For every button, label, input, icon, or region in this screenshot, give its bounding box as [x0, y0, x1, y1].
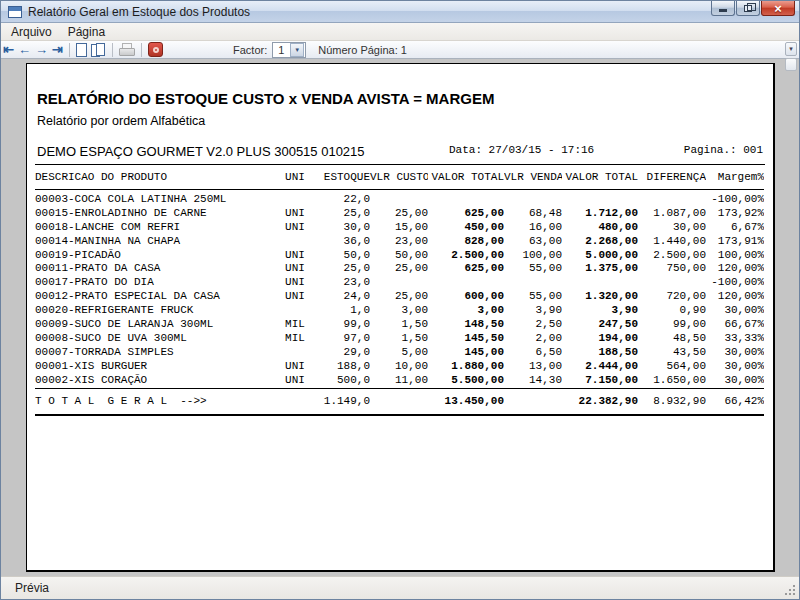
cell: 8.932,90 [638, 388, 706, 414]
table-row: 00011-PRATO DA CASAUNI25,025,00625,0055,… [35, 262, 764, 276]
cell [504, 388, 562, 414]
column-header: VLR CUSTO [370, 168, 428, 189]
cell: 750,00 [638, 262, 706, 276]
report-table-body: 00003-COCA COLA LATINHA 250ML22,0-100,00… [35, 189, 764, 414]
window-title: Relatório Geral em Estoque dos Produtos [28, 5, 250, 19]
cell: 6,50 [504, 346, 562, 360]
cell: 148,50 [428, 318, 504, 332]
cell: 25,00 [370, 207, 428, 221]
cell: -100,00% [706, 189, 764, 206]
cell [275, 235, 315, 249]
next-page-button[interactable]: → [33, 41, 50, 58]
cell: UNI [275, 374, 315, 388]
cell: 55,00 [504, 290, 562, 304]
factor-select[interactable]: 1 ▼ [272, 42, 306, 58]
cell: 10,00 [370, 360, 428, 374]
cell: 15,00 [370, 221, 428, 235]
first-page-button[interactable]: ⇤ [1, 41, 16, 58]
cell: 120,00% [706, 290, 764, 304]
cell: 500,0 [315, 374, 370, 388]
cell: UNI [275, 290, 315, 304]
single-page-view-button[interactable] [74, 41, 89, 58]
cell: 99,00 [638, 318, 706, 332]
chevron-down-icon[interactable]: ▼ [290, 43, 304, 57]
cell [428, 276, 504, 290]
cell: MIL [275, 332, 315, 346]
table-row: 00020-REFRIGERANTE FRUCK1,03,003,003,903… [35, 304, 764, 318]
cell: 00001-XIS BURGUER [35, 360, 275, 374]
report-subtitle: Relatório por ordem Alfabética [37, 114, 765, 128]
cell: 2,00 [504, 332, 562, 346]
resize-grip-icon[interactable] [784, 584, 796, 596]
minimize-button[interactable] [711, 1, 735, 16]
cell: 2.500,00 [638, 249, 706, 263]
close-icon: × [774, 2, 782, 15]
cell: 1.375,00 [562, 262, 638, 276]
close-button[interactable]: × [761, 1, 795, 16]
table-row: 00008-SUCO DE UVA 300MLMIL97,01,50145,50… [35, 332, 764, 346]
menu-pagina[interactable]: Página [60, 24, 113, 40]
cell: 120,00% [706, 262, 764, 276]
first-page-icon: ⇤ [3, 42, 14, 57]
cell [370, 189, 428, 206]
cell: 2.500,00 [428, 249, 504, 263]
table-row: 00009-SUCO DE LARANJA 300MLMIL99,01,5014… [35, 318, 764, 332]
last-page-button[interactable]: ⇥ [50, 41, 65, 58]
factor-value: 1 [273, 44, 289, 56]
next-page-icon: → [35, 42, 48, 57]
cell: 25,00 [370, 262, 428, 276]
restore-button[interactable] [736, 1, 760, 16]
double-page-icon [91, 43, 106, 57]
cell: 50,0 [315, 249, 370, 263]
cell: 48,50 [638, 332, 706, 346]
cell: 63,00 [504, 235, 562, 249]
cell [562, 276, 638, 290]
cell: 1.320,00 [562, 290, 638, 304]
menu-bar: Arquivo Página [1, 23, 799, 41]
cell: 1.650,00 [638, 374, 706, 388]
cell: 173,91% [706, 235, 764, 249]
cell [370, 388, 428, 414]
cell: 23,0 [315, 276, 370, 290]
cell: 68,48 [504, 207, 562, 221]
cell: 30,0 [315, 221, 370, 235]
cell: 188,0 [315, 360, 370, 374]
cell: 1.087,00 [638, 207, 706, 221]
app-window: Relatório Geral em Estoque dos Produtos … [0, 0, 800, 600]
cell: 2,50 [504, 318, 562, 332]
cell: 22,0 [315, 189, 370, 206]
cell: 29,0 [315, 346, 370, 360]
cell: 600,00 [428, 290, 504, 304]
cell: 1,50 [370, 318, 428, 332]
cell: 173,92% [706, 207, 764, 221]
table-row: 00001-XIS BURGUERUNI188,010,001.880,0013… [35, 360, 764, 374]
previous-page-button[interactable]: ← [16, 41, 33, 58]
cell: 25,0 [315, 207, 370, 221]
print-button[interactable] [117, 41, 137, 58]
status-text: Prévia [15, 581, 49, 595]
toolbar-overflow-button[interactable]: ▾ [785, 42, 797, 56]
status-bar: Prévia [1, 576, 799, 599]
exit-button[interactable] [146, 41, 165, 58]
toolbar-corner-button[interactable] [785, 58, 797, 71]
cell: 2.444,00 [562, 360, 638, 374]
cell: 00003-COCA COLA LATINHA 250ML [35, 189, 275, 206]
cell: 00018-LANCHE COM REFRI [35, 221, 275, 235]
cell: MIL [275, 318, 315, 332]
cell: -100,00% [706, 276, 764, 290]
cell: 1.440,00 [638, 235, 706, 249]
preview-area[interactable]: RELATÓRIO DO ESTOQUE CUSTO x VENDA AVIST… [1, 59, 799, 576]
cell: 00019-PICADÃO [35, 249, 275, 263]
cell: 3,00 [428, 304, 504, 318]
table-header-row: DESCRICAO DO PRODUTOUNIESTOQUEVLR CUSTOV… [35, 168, 764, 189]
cell: 1.880,00 [428, 360, 504, 374]
cell: 30,00% [706, 360, 764, 374]
double-page-view-button[interactable] [89, 41, 108, 58]
toolbar: ⇤ ← → ⇥ Factor: 1 ▼ Número Página: 1 ▾ [1, 41, 799, 59]
cell: 11,00 [370, 374, 428, 388]
report-info-line: DEMO ESPAÇO GOURMET V2.0 PLUS 300515 010… [37, 142, 765, 158]
cell [638, 276, 706, 290]
menu-arquivo[interactable]: Arquivo [3, 24, 60, 40]
table-row: 00015-ENROLADINHO DE CARNEUNI25,025,0062… [35, 207, 764, 221]
previous-page-icon: ← [18, 42, 31, 57]
